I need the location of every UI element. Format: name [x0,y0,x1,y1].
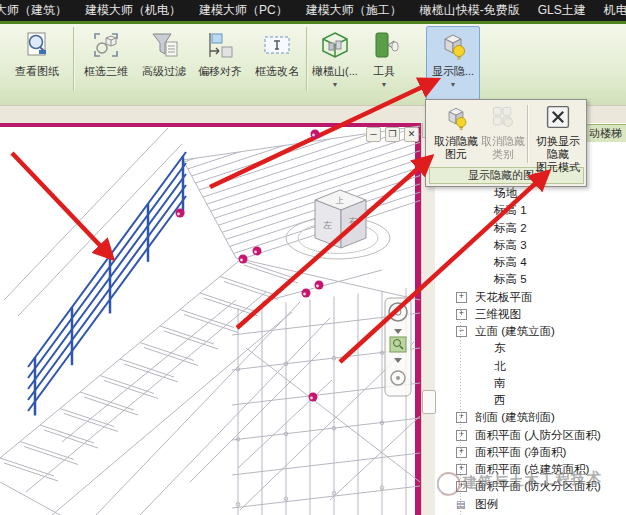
tree-item-label: 剖面 (建筑剖面) [475,410,555,425]
box-select-3d-icon [90,30,122,62]
ribbon-button-box-select-3d[interactable]: 框选三维 [78,26,134,106]
tree-expander-icon[interactable]: − [456,326,467,337]
scrollbar-thumb[interactable] [422,390,436,414]
unhide-element-icon [434,104,478,133]
dropdown-item-label: 切换显示隐藏图元模式 [536,135,580,173]
tree-item[interactable]: + 面积平面 (人防分区面积) [435,427,626,444]
tree-item-label: 图例 [475,497,498,512]
tree-item[interactable]: 北 [435,358,626,375]
ribbon-button-label: 工具 [363,65,405,77]
ribbon-button-show-hidden[interactable]: 显示隐...▼ [426,26,480,106]
app-tab[interactable]: 橄榄山快模-免费版 [411,0,529,21]
ribbon-button-label: 橄榄山(... [311,65,359,77]
ribbon-button-box-rename[interactable]: 框选改名 [248,26,306,106]
app-tab[interactable]: GLS土建 [529,0,595,21]
tree-item[interactable]: + 剖面 (建筑剖面) [435,409,626,426]
tree-item[interactable]: 东 [435,340,626,357]
ribbon-separator [73,27,74,91]
tree-expander-icon[interactable]: + [456,464,467,475]
dropdown-item-unhide-categories: 取消隐藏类别 [481,104,525,161]
tree-item[interactable]: 标高 5 [435,271,626,288]
tree-item-label: 面积平面 (总建筑面积) [475,462,589,477]
app-tab[interactable]: 建模大师（机电） [76,0,190,21]
door-tools-icon [368,30,400,62]
tree-item-label: 标高 4 [494,255,527,270]
dropdown-item-unhide-elements[interactable]: 取消隐藏图元 [434,104,478,161]
chevron-down-icon[interactable]: ▼ [363,81,405,89]
dropdown-item-toggle-hidden-mode[interactable]: 切换显示隐藏图元模式 [532,104,584,174]
view-window-buttons: ─ ❐ ✕ [366,127,419,142]
tree-item[interactable]: + 天花板平面 [435,289,626,306]
tree-item-label: 面积平面 (人防分区面积) [475,428,601,443]
filter-funnel-icon [148,30,180,62]
tree-item-label: 立面 (建筑立面) [475,324,555,339]
app-tab[interactable]: 大师（建筑） [0,0,76,21]
minimize-icon[interactable]: ─ [366,127,381,142]
ribbon-button-label: 高级过滤 [137,65,191,77]
tree-item[interactable]: 标高 1 [435,202,626,219]
tree-item[interactable]: 标高 3 [435,237,626,254]
ribbon-button-view-sheets[interactable]: 查看图纸 [6,26,68,106]
app-tab[interactable]: 机电通用 [595,0,626,21]
ribbon-button-label: 框选改名 [249,65,305,77]
svg-text:左: 左 [323,220,332,230]
ribbon-button-label: 框选三维 [79,65,133,77]
svg-text:上: 上 [335,196,344,205]
tree-expander-icon[interactable]: + [456,292,467,303]
ribbon-button-label: 偏移对齐 [193,65,247,77]
chevron-down-icon[interactable]: ▼ [311,81,359,89]
dropdown-item-label: 取消隐藏图元 [434,135,478,160]
navigation-bar [385,298,411,396]
ribbon-button-olive-mountain[interactable]: 橄榄山(...▼ [310,26,360,106]
tree-item-label: 场地 [494,186,517,201]
dropdown-separator [527,105,528,163]
tree-item-label: 标高 2 [494,221,527,236]
tree-item-label: 南 [494,376,506,391]
tree-item-label: 面积平面 (防火分区面积) [475,479,601,494]
toggle-hidden-mode-icon [532,104,584,133]
tree-item[interactable]: 西 [435,392,626,409]
close-icon[interactable]: ✕ [404,127,419,142]
tree-item-label: 面积平面 (净面积) [475,445,566,460]
tree-item[interactable]: ▤ 图例 [435,496,626,513]
ribbon-button-offset-align[interactable]: 偏移对齐 [192,26,248,106]
tree-item-label: 标高 1 [494,203,527,218]
tree-item[interactable]: − 立面 (建筑立面) [435,323,626,340]
bulb-cube-icon [437,30,469,62]
show-hidden-dropdown: 显示隐藏的图元 取消隐藏图元 取消隐藏类别 切换显示隐藏图元模式 [425,99,587,187]
ribbon-button-advanced-filter[interactable]: 高级过滤 [136,26,192,106]
tree-item-label: 天花板平面 [475,290,533,305]
ribbon-button-tools[interactable]: 工具▼ [362,26,406,106]
chevron-down-icon[interactable]: ▼ [427,81,479,89]
tree-expander-icon[interactable]: + [456,481,467,492]
restore-icon[interactable]: ❐ [385,127,400,142]
tree-item[interactable]: + 三维视图 [435,306,626,323]
olive-cube-icon [319,30,351,62]
magnifier-sheet-icon [21,30,53,62]
tree-item-label: 西 [494,393,506,408]
tree-expander-icon[interactable]: + [456,309,467,320]
dropdown-item-label: 取消隐藏类别 [481,135,525,160]
tree-item-label: 北 [494,359,506,374]
box-rename-icon [261,30,293,62]
tree-expander-icon[interactable]: + [456,447,467,458]
unhide-category-icon [481,104,525,133]
tree-item[interactable]: + 面积平面 (净面积) [435,444,626,461]
tree-expander-icon[interactable]: + [456,430,467,441]
ribbon-button-label: 查看图纸 [7,65,67,77]
app-tab[interactable]: 建模大师（施工） [297,0,411,21]
tree-item[interactable]: 标高 2 [435,220,626,237]
tree-item[interactable]: + 面积平面 (防火分区面积) [435,478,626,495]
tree-item-label: 三维视图 [475,307,521,322]
tree-item[interactable]: 标高 4 [435,254,626,271]
tree-item[interactable]: + 面积平面 (总建筑面积) [435,461,626,478]
tree-guide-line [460,307,461,515]
tree-item[interactable]: 场地 [435,185,626,202]
model-wireframe-view: 上 左 右 [0,122,421,515]
app-tab[interactable]: 建模大师（PC） [190,0,297,21]
ribbon: 查看图纸 框选三维 高级过滤 偏移对齐 框选改名 橄榄山(...▼ 工具▼ 显示… [0,24,626,105]
tree-expander-icon[interactable]: + [456,412,467,423]
tree-item-label: 标高 5 [494,272,527,287]
tree-item[interactable]: 南 [435,375,626,392]
background-panel-tab[interactable]: 动楼梯 [584,124,626,142]
